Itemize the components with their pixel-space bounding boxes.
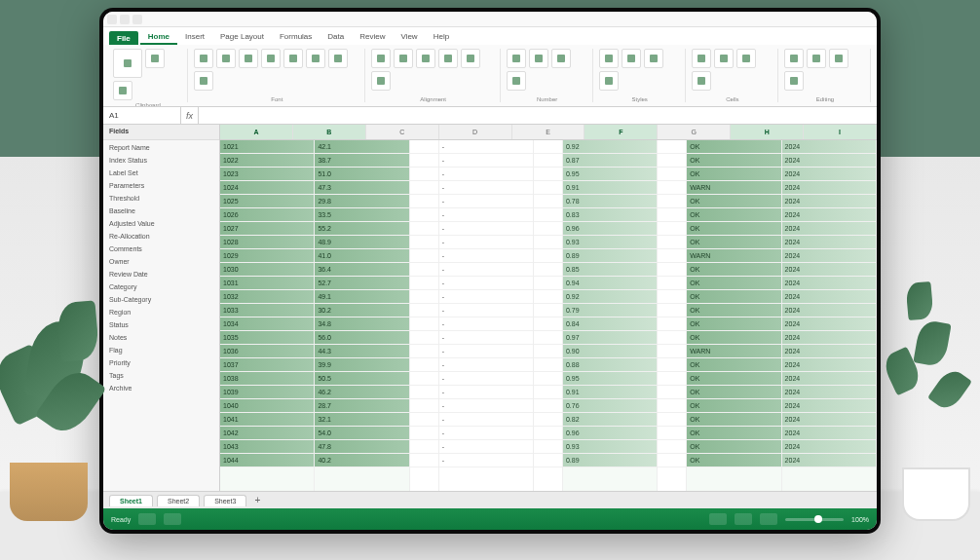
cell[interactable] bbox=[658, 304, 686, 317]
ribbon-button[interactable] bbox=[599, 49, 619, 68]
cell[interactable]: - bbox=[439, 427, 533, 440]
sidebar-item[interactable]: Archive bbox=[103, 381, 219, 393]
grid-column[interactable]: 42.138.751.047.329.833.555.248.941.036.4… bbox=[315, 140, 409, 491]
cell[interactable] bbox=[410, 358, 438, 372]
cell[interactable]: 1027 bbox=[220, 222, 314, 236]
cell[interactable]: 2024 bbox=[782, 358, 876, 372]
tab-help[interactable]: Help bbox=[426, 29, 457, 45]
sidebar-item[interactable]: Region bbox=[103, 305, 219, 317]
cell[interactable]: - bbox=[439, 168, 533, 181]
ribbon-button[interactable] bbox=[328, 49, 348, 68]
cell[interactable] bbox=[410, 345, 438, 358]
ribbon-button[interactable] bbox=[113, 81, 132, 100]
cell[interactable]: 50.5 bbox=[315, 372, 408, 386]
cell[interactable] bbox=[658, 140, 686, 154]
cell[interactable] bbox=[410, 386, 438, 399]
cell[interactable] bbox=[410, 140, 438, 154]
cell[interactable]: OK bbox=[687, 263, 780, 277]
cell[interactable]: 0.93 bbox=[563, 236, 657, 249]
qat-redo-icon[interactable] bbox=[132, 15, 142, 24]
cell[interactable]: - bbox=[439, 277, 533, 290]
cell[interactable]: OK bbox=[687, 168, 780, 181]
cell[interactable] bbox=[410, 413, 438, 427]
view-break-icon[interactable] bbox=[760, 513, 777, 525]
column-header[interactable]: A bbox=[220, 125, 293, 139]
cell[interactable]: 2024 bbox=[782, 454, 876, 467]
grid-column[interactable]: ------------------------ bbox=[439, 140, 534, 491]
ribbon-button[interactable] bbox=[261, 49, 281, 68]
cell[interactable]: OK bbox=[687, 277, 780, 290]
grid-column[interactable]: 0.920.870.950.910.780.830.960.930.890.85… bbox=[563, 140, 658, 491]
cell[interactable] bbox=[410, 290, 438, 304]
cell[interactable] bbox=[658, 331, 686, 345]
tab-file[interactable]: File bbox=[109, 31, 138, 45]
cell[interactable]: 0.93 bbox=[563, 440, 657, 454]
cell[interactable]: 2024 bbox=[782, 345, 876, 358]
ribbon-button[interactable] bbox=[416, 49, 435, 68]
view-normal-icon[interactable] bbox=[709, 513, 727, 525]
grid-column[interactable]: OKOKOKWARNOKOKOKOKWARNOKOKOKOKOKOKWARNOK… bbox=[687, 140, 781, 491]
sidebar-item[interactable]: Parameters bbox=[103, 178, 219, 191]
cell[interactable]: OK bbox=[687, 372, 780, 386]
cell[interactable]: WARN bbox=[687, 345, 780, 358]
cell[interactable]: 0.82 bbox=[563, 413, 657, 427]
cell[interactable]: OK bbox=[687, 317, 780, 331]
cell[interactable] bbox=[410, 208, 438, 222]
cell[interactable]: 2024 bbox=[782, 304, 876, 317]
column-header[interactable]: H bbox=[731, 125, 804, 139]
cell[interactable]: 32.1 bbox=[315, 413, 408, 427]
cell[interactable]: OK bbox=[687, 358, 780, 372]
cell[interactable]: 1041 bbox=[220, 413, 314, 427]
ribbon-button[interactable] bbox=[394, 49, 413, 68]
cell[interactable]: - bbox=[439, 154, 533, 168]
cell[interactable]: 30.2 bbox=[315, 304, 408, 317]
cell[interactable]: 0.92 bbox=[563, 290, 657, 304]
cell[interactable]: - bbox=[439, 208, 533, 222]
sidebar-item[interactable]: Tags bbox=[103, 368, 219, 381]
qat-undo-icon[interactable] bbox=[120, 15, 130, 24]
cell[interactable]: OK bbox=[687, 304, 780, 317]
cell[interactable]: 55.2 bbox=[315, 222, 408, 236]
cell[interactable]: 2024 bbox=[782, 236, 876, 249]
cell[interactable]: 0.97 bbox=[563, 331, 657, 345]
ribbon-button[interactable] bbox=[807, 49, 826, 68]
cell[interactable]: - bbox=[439, 304, 533, 317]
cell[interactable] bbox=[658, 372, 686, 386]
cell[interactable]: 2024 bbox=[782, 427, 876, 440]
cell[interactable]: 1026 bbox=[220, 208, 314, 222]
cell[interactable]: OK bbox=[687, 140, 780, 154]
ribbon-button[interactable] bbox=[283, 49, 303, 68]
column-header[interactable]: C bbox=[366, 125, 439, 139]
cell[interactable] bbox=[658, 345, 686, 358]
cell[interactable] bbox=[658, 181, 686, 195]
cell[interactable] bbox=[534, 290, 562, 304]
cell[interactable]: 2024 bbox=[782, 440, 876, 454]
tab-review[interactable]: Review bbox=[352, 29, 393, 45]
ribbon-button[interactable] bbox=[692, 49, 711, 68]
cell[interactable]: 0.85 bbox=[563, 263, 657, 277]
cell[interactable] bbox=[658, 413, 686, 427]
grid-column[interactable] bbox=[534, 140, 563, 491]
cell[interactable] bbox=[410, 331, 438, 345]
column-headers[interactable]: ABCDEFGHI bbox=[220, 125, 877, 140]
cell[interactable] bbox=[410, 399, 438, 413]
cell[interactable]: 44.3 bbox=[315, 345, 408, 358]
cell[interactable]: 28.7 bbox=[315, 399, 408, 413]
sheet-tab[interactable]: Sheet2 bbox=[157, 495, 200, 506]
cell[interactable]: 1043 bbox=[220, 440, 314, 454]
view-layout-icon[interactable] bbox=[735, 513, 752, 525]
cell[interactable]: 0.90 bbox=[563, 345, 657, 358]
cell[interactable]: 0.95 bbox=[563, 168, 657, 181]
cell[interactable] bbox=[658, 154, 686, 168]
cell[interactable] bbox=[658, 195, 686, 208]
sidebar-item[interactable]: Priority bbox=[103, 355, 219, 368]
cell[interactable]: 2024 bbox=[782, 399, 876, 413]
cell[interactable]: OK bbox=[687, 386, 780, 399]
cell[interactable] bbox=[658, 236, 686, 249]
cell[interactable]: 1034 bbox=[220, 317, 314, 331]
cell[interactable]: 56.0 bbox=[315, 331, 408, 345]
cell[interactable] bbox=[410, 372, 438, 386]
cell[interactable]: 1039 bbox=[220, 386, 314, 399]
cell[interactable]: 0.79 bbox=[563, 304, 657, 317]
cell[interactable] bbox=[534, 317, 562, 331]
